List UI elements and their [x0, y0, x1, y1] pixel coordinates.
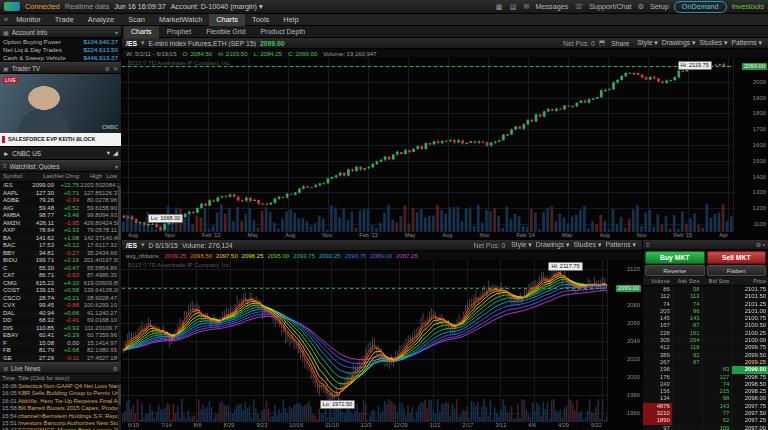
dom-bid-size-cell[interactable]: 98 — [703, 395, 733, 402]
watchlist-row[interactable]: FB81.79+0.6882.1080.95 — [0, 347, 121, 355]
dom-bid-size-cell[interactable] — [703, 344, 733, 351]
watchlist-row[interactable]: DAL40.94+0.6641.1240.27 — [0, 310, 121, 318]
dom-price-row[interactable]: 1121122101.50 — [643, 293, 768, 300]
dom-bid-size-cell[interactable]: 215 — [703, 388, 733, 395]
dom-bid-size-cell[interactable] — [703, 286, 733, 293]
study-label[interactable]: avg_ribbons — [126, 253, 159, 259]
news-row-item[interactable]: 16:05KBR Sells Building Group to Pernix … — [0, 390, 121, 397]
envelope-icon[interactable]: ✉ — [522, 2, 530, 11]
watchlist-row[interactable]: C55.30+0.4755.5854.86 — [0, 265, 121, 273]
news-column-headers[interactable]: TimeTitle (Click for story) — [0, 374, 121, 383]
dom-bid-size-cell[interactable] — [703, 301, 733, 308]
dom-price-row[interactable]: 203962101.00 — [643, 308, 768, 315]
dom-ask-size-cell[interactable] — [673, 388, 703, 395]
bottom-price-axis[interactable]: 2099.00 21202100208020602040202020001980… — [607, 260, 642, 422]
menu-item-trade[interactable]: Trade — [48, 14, 81, 26]
dom-price-row[interactable]: 74742101.25 — [643, 301, 768, 308]
tv-channel-select[interactable]: CNBC US — [12, 150, 104, 157]
chart-button-studies[interactable]: Studies ▾ — [697, 39, 729, 47]
setup-button[interactable]: Setup — [650, 2, 669, 11]
dom-col-price[interactable]: Price — [732, 277, 768, 285]
dom-ask-size-cell[interactable] — [673, 395, 703, 402]
trader-tv-header[interactable]: ▣ Trader TV ⚙ ✕ — [0, 62, 121, 74]
dom-price-row[interactable]: 167872100.50 — [643, 322, 768, 329]
bottom-chart-body[interactable]: 5013 © TD Ameritrade IP Company, Inc. Hi… — [122, 260, 642, 430]
dom-bid-size-cell[interactable]: 74 — [703, 381, 733, 388]
account-selector[interactable]: Account: D-10040 (margin) ▾ — [171, 2, 263, 11]
dom-ask-size-cell[interactable] — [673, 403, 703, 410]
gear-icon[interactable]: ⚙ — [113, 365, 118, 372]
dom-price-row[interactable]: 134982098.00 — [643, 395, 768, 402]
watchlist-row[interactable]: /ES2099.00+12.752103.502084.25 — [0, 182, 121, 190]
gear-icon[interactable]: ⚙ — [756, 242, 761, 248]
chevron-down-icon[interactable]: ▾ — [141, 39, 144, 47]
news-scrollbar[interactable] — [118, 383, 121, 430]
dom-ask-size-cell[interactable]: 87 — [673, 322, 703, 329]
timeframe-label[interactable]: D 6/19/15 — [148, 242, 177, 249]
news-row-item[interactable]: 16:01AbbVie, Hero Tie-Up Receives Final … — [0, 398, 121, 405]
dom-ask-size-cell[interactable] — [673, 366, 703, 373]
flatten-button[interactable]: Flatten — [707, 265, 767, 276]
share-button[interactable]: Share — [609, 40, 631, 47]
dom-price-row[interactable]: 267672099.25 — [643, 359, 768, 366]
dom-price-row[interactable]: 1562152098.25 — [643, 388, 768, 395]
close-icon[interactable]: ✕ — [113, 65, 118, 72]
news-row-item[interactable]: 15:51Investors Bancorp Authorizes New St… — [0, 420, 121, 427]
calculator-icon[interactable]: ▦ — [495, 2, 504, 11]
chart-button-patterns[interactable]: Patterns ▾ — [603, 241, 638, 249]
watchlist-row[interactable]: DIS110.85+0.93111.20109.77 — [0, 325, 121, 333]
gear-icon[interactable]: ⚙ — [637, 2, 645, 11]
play-icon[interactable]: ► — [3, 150, 9, 157]
chart-tab-product-depth[interactable]: Product Depth — [253, 26, 312, 38]
chart-button-style[interactable]: Style ▾ — [509, 241, 533, 249]
dom-bid-size-cell[interactable] — [703, 293, 733, 300]
dom-price-row[interactable]: 243742098.50 — [643, 381, 768, 388]
dom-price-row[interactable]: 86582101.75 — [643, 286, 768, 293]
dom-price-row[interactable]: 1890622097.25 — [643, 417, 768, 424]
menu-item-marketwatch[interactable]: MarketWatch — [152, 14, 209, 26]
watchlist-row[interactable]: CAT86.71-0.6387.4986.35 — [0, 272, 121, 280]
chevron-down-icon[interactable]: ▾ — [115, 163, 118, 170]
dom-bid-size-cell[interactable] — [703, 330, 733, 337]
watchlist-col-last[interactable]: Last — [27, 172, 54, 181]
watchlist-scrollbar[interactable] — [118, 182, 121, 362]
headset-icon[interactable]: ☏ — [573, 2, 584, 11]
data-mode[interactable]: Realtime data — [65, 2, 109, 11]
menu-item-analyze[interactable]: Analyze — [81, 14, 121, 26]
dom-price-row[interactable]: 48761432097.75 — [643, 403, 768, 410]
news-row-item[interactable]: 15:54channel>Bernstein Holdings S.F. Rep… — [0, 413, 121, 420]
messages-button[interactable]: Messages — [535, 2, 568, 11]
range-label[interactable]: W: 5/2/11 - 6/19/15 — [126, 51, 176, 57]
dom-ask-size-cell[interactable] — [673, 425, 703, 430]
dom-price-row[interactable]: 971092097.00 — [643, 425, 768, 430]
dom-ask-size-cell[interactable]: 92 — [673, 352, 703, 359]
dom-ask-size-cell[interactable] — [673, 410, 703, 417]
dom-ask-size-cell[interactable]: 118 — [673, 344, 703, 351]
chart-button-patterns[interactable]: Patterns ▾ — [729, 39, 764, 47]
dom-price-row[interactable]: 389922099.50 — [643, 352, 768, 359]
dom-ask-size-cell[interactable]: 67 — [673, 359, 703, 366]
watchlist-row[interactable]: AIG59.48+0.5259.6158.90 — [0, 205, 121, 213]
news-col-time[interactable]: Time — [0, 374, 18, 382]
dom-bid-size-cell[interactable]: 109 — [703, 425, 733, 430]
trader-tv-video[interactable]: LIVE CNBC SALESFORCE EVP KEITH BLOCK — [0, 74, 121, 146]
dom-ask-size-cell[interactable]: 161 — [673, 330, 703, 337]
pin-icon[interactable]: ▪ — [763, 242, 765, 248]
watchlist-row[interactable]: CSCO28.74+0.2128.9028.47 — [0, 295, 121, 303]
watchlist-row[interactable]: AXP78.64+0.3379.0578.11 — [0, 227, 121, 235]
watchlist-row[interactable]: CMG615.22+4.10619.00609.85 — [0, 280, 121, 288]
watchlist-row[interactable]: CVX99.45-0.88100.6299.10 — [0, 302, 121, 310]
watchlist-row[interactable]: COST139.15+0.58139.64138.20 — [0, 287, 121, 295]
news-col-title[interactable]: Title (Click for story) — [18, 374, 121, 382]
watchlist-row[interactable]: BAC17.53+0.1217.6117.32 — [0, 242, 121, 250]
menu-item-tools[interactable]: Tools — [245, 14, 276, 26]
dom-ask-size-cell[interactable] — [673, 381, 703, 388]
dom-ask-size-cell[interactable] — [673, 374, 703, 381]
gear-icon[interactable]: ⚙ — [105, 65, 110, 72]
dom-ask-size-cell[interactable]: 58 — [673, 286, 703, 293]
watchlist-col-low[interactable]: Low — [102, 172, 119, 181]
chevron-down-icon[interactable]: ▾ — [107, 149, 110, 157]
dom-ask-size-cell[interactable]: 112 — [673, 293, 703, 300]
watchlist-row[interactable]: ADBE79.26-0.3480.0278.96 — [0, 197, 121, 205]
dom-bid-size-cell[interactable] — [703, 337, 733, 344]
